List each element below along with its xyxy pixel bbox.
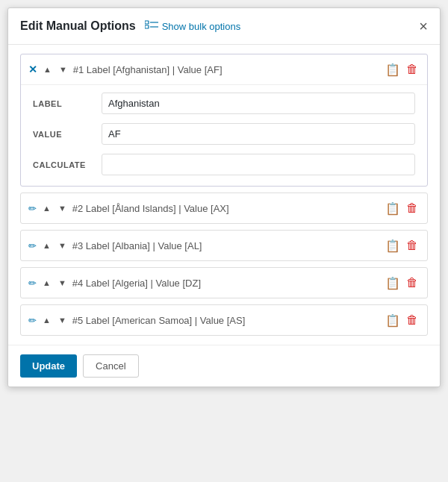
move-up-button-2[interactable]: ▲ bbox=[41, 203, 52, 214]
value-field-row-1: VALUE bbox=[33, 123, 415, 145]
option-header-5: ✏ ▲ ▼ #5 Label [American Samoa] | Value … bbox=[21, 305, 427, 335]
edit-manual-options-modal: Edit Manual Options Show bulk options × … bbox=[7, 7, 441, 387]
copy-button-4[interactable]: 📋 bbox=[384, 275, 402, 292]
edit-button-3[interactable]: ✏ bbox=[28, 240, 37, 251]
bulk-options-button[interactable]: Show bulk options bbox=[145, 20, 241, 32]
update-button[interactable]: Update bbox=[20, 354, 77, 378]
collapse-button-1[interactable]: ✕ bbox=[28, 64, 37, 75]
delete-button-4[interactable]: 🗑 bbox=[405, 275, 420, 291]
option-header-4: ✏ ▲ ▼ #4 Label [Algeria] | Value [DZ] 📋 … bbox=[21, 268, 427, 298]
close-modal-button[interactable]: × bbox=[419, 19, 428, 34]
copy-button-2[interactable]: 📋 bbox=[384, 200, 402, 217]
option-actions-2: 📋 🗑 bbox=[384, 200, 420, 217]
option-item-5: ✏ ▲ ▼ #5 Label [American Samoa] | Value … bbox=[20, 304, 428, 336]
modal-footer: Update Cancel bbox=[8, 345, 440, 386]
option-item-3: ✏ ▲ ▼ #3 Label [Albania] | Value [AL] 📋 … bbox=[20, 230, 428, 261]
label-field-label-1: LABEL bbox=[33, 99, 93, 108]
option-label-5: #5 Label [American Samoa] | Value [AS] bbox=[72, 315, 379, 326]
svg-rect-0 bbox=[145, 21, 149, 24]
move-down-button-2[interactable]: ▼ bbox=[57, 203, 68, 214]
cancel-button[interactable]: Cancel bbox=[83, 354, 138, 378]
option-item-2: ✏ ▲ ▼ #2 Label [Åland Islands] | Value [… bbox=[20, 193, 428, 224]
copy-button-5[interactable]: 📋 bbox=[384, 312, 402, 329]
option-actions-5: 📋 🗑 bbox=[384, 312, 420, 329]
option-actions-1: 📋 🗑 bbox=[384, 61, 420, 78]
label-input-1[interactable] bbox=[102, 93, 415, 114]
option-item-4: ✏ ▲ ▼ #4 Label [Algeria] | Value [DZ] 📋 … bbox=[20, 267, 428, 298]
value-field-label-1: VALUE bbox=[33, 130, 93, 139]
option-label-4: #4 Label [Algeria] | Value [DZ] bbox=[72, 278, 379, 289]
calculate-field-label-1: CALCULATE bbox=[33, 160, 93, 169]
option-label-1: #1 Label [Afghanistan] | Value [AF] bbox=[73, 64, 379, 75]
bulk-options-icon bbox=[145, 20, 158, 32]
move-down-button-1[interactable]: ▼ bbox=[57, 64, 69, 75]
move-down-button-4[interactable]: ▼ bbox=[57, 278, 68, 289]
copy-button-1[interactable]: 📋 bbox=[384, 61, 402, 78]
svg-rect-1 bbox=[145, 25, 149, 28]
modal-title: Edit Manual Options bbox=[20, 19, 136, 33]
delete-button-3[interactable]: 🗑 bbox=[405, 237, 420, 254]
copy-button-3[interactable]: 📋 bbox=[384, 237, 402, 254]
option-header-3: ✏ ▲ ▼ #3 Label [Albania] | Value [AL] 📋 … bbox=[21, 231, 427, 260]
move-up-button-1[interactable]: ▲ bbox=[42, 64, 53, 75]
move-up-button-3[interactable]: ▲ bbox=[41, 240, 52, 251]
edit-button-4[interactable]: ✏ bbox=[28, 278, 37, 289]
option-header-2: ✏ ▲ ▼ #2 Label [Åland Islands] | Value [… bbox=[21, 193, 427, 223]
delete-button-1[interactable]: 🗑 bbox=[405, 61, 420, 78]
move-down-button-3[interactable]: ▼ bbox=[57, 240, 68, 251]
calculate-input-1[interactable] bbox=[102, 154, 415, 175]
move-up-button-5[interactable]: ▲ bbox=[41, 315, 52, 326]
option-fields-1: LABEL VALUE CALCULATE bbox=[21, 84, 427, 186]
modal-header: Edit Manual Options Show bulk options × bbox=[8, 8, 440, 45]
delete-button-5[interactable]: 🗑 bbox=[405, 312, 420, 328]
option-actions-3: 📋 🗑 bbox=[384, 237, 420, 254]
modal-body: ✕ ▲ ▼ #1 Label [Afghanistan] | Value [AF… bbox=[8, 45, 440, 345]
option-item-1: ✕ ▲ ▼ #1 Label [Afghanistan] | Value [AF… bbox=[20, 54, 428, 187]
option-label-2: #2 Label [Åland Islands] | Value [AX] bbox=[72, 203, 379, 214]
edit-button-2[interactable]: ✏ bbox=[28, 203, 37, 214]
calculate-field-row-1: CALCULATE bbox=[33, 154, 415, 175]
option-actions-4: 📋 🗑 bbox=[384, 275, 420, 292]
delete-button-2[interactable]: 🗑 bbox=[405, 200, 420, 216]
edit-button-5[interactable]: ✏ bbox=[28, 315, 37, 326]
option-label-3: #3 Label [Albania] | Value [AL] bbox=[72, 240, 379, 251]
move-up-button-4[interactable]: ▲ bbox=[41, 278, 52, 289]
bulk-options-label: Show bulk options bbox=[162, 21, 241, 32]
option-header-1: ✕ ▲ ▼ #1 Label [Afghanistan] | Value [AF… bbox=[21, 54, 427, 84]
value-input-1[interactable] bbox=[102, 123, 415, 145]
label-field-row-1: LABEL bbox=[33, 93, 415, 114]
move-down-button-5[interactable]: ▼ bbox=[57, 315, 68, 326]
